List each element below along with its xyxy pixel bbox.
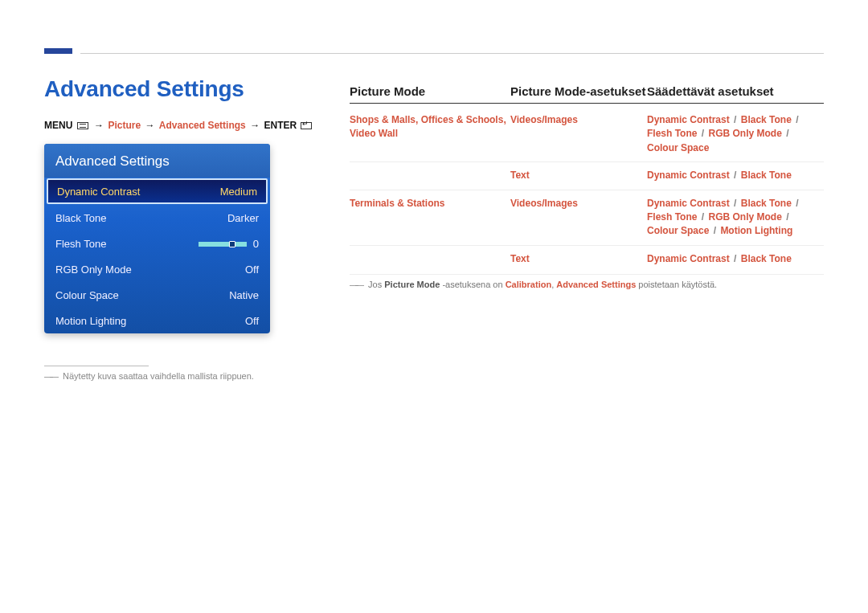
separator: /	[730, 198, 741, 209]
value-accent: RGB Only Mode	[708, 128, 781, 139]
cell-picture-mode: Terminals & Stations	[350, 197, 510, 239]
enter-icon	[301, 122, 312, 129]
top-rule	[80, 53, 824, 54]
osd-title: Advanced Settings	[44, 144, 270, 178]
value-accent: RGB Only Mode	[708, 211, 781, 223]
cell-picture-mode-asetukset: Videos/Images	[510, 113, 647, 155]
slider-icon[interactable]	[199, 242, 247, 247]
separator: /	[782, 128, 791, 139]
osd-label: Black Tone	[55, 212, 106, 224]
osd-label: RGB Only Mode	[55, 264, 132, 276]
osd-row-colour-space[interactable]: Colour SpaceNative	[44, 282, 270, 308]
osd-panel: Advanced Settings Dynamic ContrastMedium…	[44, 144, 270, 333]
cell-picture-mode-asetukset: Text	[510, 252, 647, 266]
value-accent: Black Tone	[741, 253, 792, 264]
cell-saadettavat: Dynamic Contrast / Black Tone	[647, 169, 824, 182]
cell-picture-mode-asetukset: Videos/Images	[510, 197, 647, 239]
cell-picture-mode: Shops & Malls, Offices & Schools, Video …	[350, 113, 510, 155]
footnote-text: Näytetty kuva saattaa vaihdella mallista…	[63, 371, 254, 381]
table-note: ―― Jos Picture Mode -asetuksena on Calib…	[350, 274, 824, 289]
menu-icon	[77, 122, 88, 129]
value-accent: Dynamic Contrast	[647, 253, 730, 264]
osd-value-wrap: Off	[245, 315, 259, 327]
page-title: Advanced Settings	[44, 76, 317, 102]
th-picture-mode-asetukset: Picture Mode-asetukset	[510, 84, 647, 98]
osd-value-wrap: Native	[229, 289, 259, 301]
value-accent: Videos/Images	[510, 114, 578, 125]
value-accent: Flesh Tone	[647, 211, 697, 223]
osd-row-rgb-only-mode[interactable]: RGB Only ModeOff	[44, 256, 270, 282]
value-accent: Colour Space	[647, 142, 709, 153]
note-pre: Jos	[368, 280, 384, 289]
table-row: TextDynamic Contrast / Black Tone	[350, 162, 824, 190]
osd-value: 0	[253, 238, 259, 250]
note-mid1: -asetuksena on	[440, 280, 505, 289]
cell-picture-mode	[350, 252, 510, 266]
osd-value-wrap: Medium	[220, 186, 257, 198]
breadcrumb-enter: ENTER	[264, 120, 297, 131]
separator: /	[730, 253, 741, 264]
separator: ,	[416, 114, 421, 125]
value-accent: Text	[510, 253, 530, 264]
dash-icon: ――	[44, 371, 55, 381]
arrow-icon: →	[92, 120, 105, 131]
value-accent: Black Tone	[741, 198, 792, 209]
note-strong-1: Picture Mode	[384, 280, 440, 289]
separator: /	[730, 170, 741, 181]
note-accent-1: Calibration	[506, 280, 551, 289]
osd-row-black-tone[interactable]: Black ToneDarker	[44, 205, 270, 231]
osd-value-wrap: Darker	[227, 212, 259, 224]
table-row: Terminals & StationsVideos/ImagesDynamic…	[350, 190, 824, 246]
cell-picture-mode	[350, 169, 510, 182]
separator: ,	[503, 114, 506, 125]
osd-value: Native	[229, 289, 259, 301]
arrow-icon: →	[248, 120, 261, 131]
osd-label: Flesh Tone	[55, 238, 106, 250]
value-accent: Offices & Schools	[421, 114, 504, 125]
osd-row-dynamic-contrast[interactable]: Dynamic ContrastMedium	[47, 178, 268, 204]
table-row: TextDynamic Contrast / Black Tone	[350, 246, 824, 272]
osd-row-flesh-tone[interactable]: Flesh Tone0	[44, 231, 270, 256]
footnote: ―― Näytetty kuva saattaa vaihdella malli…	[44, 371, 317, 381]
separator: /	[709, 225, 720, 236]
value-accent: Black Tone	[741, 170, 792, 181]
table-row: Shops & Malls, Offices & Schools, Video …	[350, 107, 824, 162]
osd-value-wrap: Off	[245, 264, 259, 276]
cell-picture-mode-asetukset: Text	[510, 169, 647, 182]
value-accent: Dynamic Contrast	[647, 198, 730, 209]
breadcrumb: MENU → Picture → Advanced Settings → ENT…	[44, 120, 317, 131]
value-accent: Terminals & Stations	[350, 198, 444, 209]
breadcrumb-advanced: Advanced Settings	[159, 120, 246, 131]
cell-saadettavat: Dynamic Contrast / Black Tone / Flesh To…	[647, 197, 824, 239]
value-accent: Text	[510, 170, 530, 181]
separator: /	[792, 198, 800, 209]
separator: /	[697, 128, 708, 139]
separator: /	[697, 211, 708, 223]
table-header-row: Picture Mode Picture Mode-asetukset Sääd…	[350, 84, 824, 104]
separator: /	[730, 114, 741, 125]
value-accent: Dynamic Contrast	[647, 114, 730, 125]
cell-saadettavat: Dynamic Contrast / Black Tone	[647, 252, 824, 266]
right-column: Picture Mode Picture Mode-asetukset Sääd…	[350, 76, 824, 381]
value-accent: Colour Space	[647, 225, 709, 236]
th-picture-mode: Picture Mode	[350, 84, 510, 98]
cell-saadettavat: Dynamic Contrast / Black Tone / Flesh To…	[647, 113, 824, 155]
osd-label: Motion Lighting	[55, 315, 126, 327]
value-accent: Video Wall	[350, 128, 398, 139]
breadcrumb-menu: MENU	[44, 120, 72, 131]
osd-value: Off	[245, 315, 259, 327]
osd-value-wrap: 0	[199, 238, 259, 250]
dash-icon: ――	[350, 280, 361, 289]
osd-label: Colour Space	[55, 289, 119, 301]
arrow-icon: →	[143, 120, 156, 131]
note-accent-2: Advanced Settings	[556, 280, 636, 289]
left-column: Advanced Settings MENU → Picture → Advan…	[44, 76, 317, 381]
footnote-divider	[44, 366, 149, 366]
osd-row-motion-lighting[interactable]: Motion LightingOff	[44, 308, 270, 333]
osd-value: Off	[245, 264, 259, 276]
value-accent: Black Tone	[741, 114, 792, 125]
value-accent: Flesh Tone	[647, 128, 697, 139]
value-accent: Videos/Images	[510, 198, 578, 209]
osd-value: Medium	[220, 186, 257, 198]
corner-accent	[44, 48, 72, 54]
